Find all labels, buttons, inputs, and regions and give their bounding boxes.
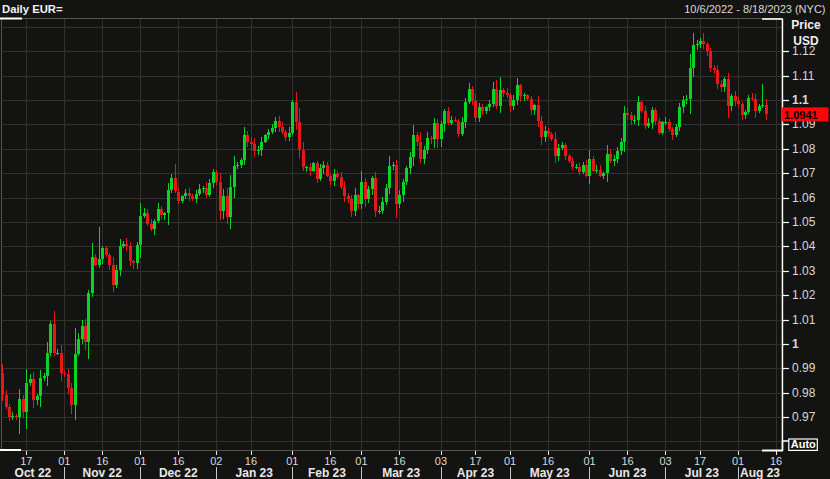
svg-text:1.06: 1.06 (792, 191, 816, 205)
svg-text:Apr 23: Apr 23 (457, 466, 495, 479)
svg-text:16: 16 (393, 455, 405, 467)
svg-text:01: 01 (134, 455, 146, 467)
svg-text:01: 01 (583, 455, 595, 467)
svg-text:16: 16 (96, 455, 108, 467)
svg-text:Price: Price (791, 18, 821, 32)
svg-text:03: 03 (659, 455, 671, 467)
svg-text:Auto: Auto (791, 438, 816, 450)
svg-text:01: 01 (504, 455, 516, 467)
svg-text:02: 02 (210, 455, 222, 467)
svg-text:Oct 22: Oct 22 (15, 466, 52, 479)
svg-text:1.1: 1.1 (792, 93, 809, 107)
svg-text:16: 16 (770, 455, 782, 467)
svg-text:01: 01 (58, 455, 70, 467)
svg-text:1: 1 (792, 337, 799, 351)
svg-text:0.98: 0.98 (792, 386, 816, 400)
svg-text:Nov 22: Nov 22 (83, 466, 123, 479)
svg-text:Mar 23: Mar 23 (382, 466, 420, 479)
svg-text:1.02: 1.02 (792, 288, 816, 302)
svg-text:03: 03 (435, 455, 447, 467)
svg-text:0.97: 0.97 (792, 410, 816, 424)
svg-text:Jul 23: Jul 23 (685, 466, 719, 479)
svg-text:Aug 23: Aug 23 (740, 466, 780, 479)
svg-text:01: 01 (286, 455, 298, 467)
svg-text:1.01: 1.01 (792, 313, 816, 327)
svg-text:16: 16 (542, 455, 554, 467)
svg-text:16: 16 (324, 455, 336, 467)
svg-text:May 23: May 23 (530, 466, 570, 479)
svg-text:1.05: 1.05 (792, 215, 816, 229)
svg-text:17: 17 (694, 455, 706, 467)
svg-text:01: 01 (355, 455, 367, 467)
svg-text:USD: USD (793, 34, 819, 48)
svg-text:Dec 22: Dec 22 (159, 466, 198, 479)
svg-text:Feb 23: Feb 23 (308, 466, 346, 479)
svg-text:1.04: 1.04 (792, 239, 816, 253)
svg-text:17: 17 (20, 455, 32, 467)
svg-text:0.99: 0.99 (792, 361, 816, 375)
svg-text:16: 16 (621, 455, 633, 467)
svg-text:1.03: 1.03 (792, 264, 816, 278)
svg-text:Daily EUR=: Daily EUR= (2, 3, 63, 15)
svg-text:16: 16 (172, 455, 184, 467)
svg-text:1.07: 1.07 (792, 166, 816, 180)
svg-text:01: 01 (732, 455, 744, 467)
svg-text:17: 17 (469, 455, 481, 467)
svg-text:16: 16 (245, 455, 257, 467)
svg-text:Jan 23: Jan 23 (236, 466, 274, 479)
svg-text:1.11: 1.11 (792, 69, 815, 83)
svg-text:Jun 23: Jun 23 (608, 466, 646, 479)
svg-text:1.0941: 1.0941 (784, 109, 818, 121)
svg-text:1.08: 1.08 (792, 142, 816, 156)
svg-text:10/6/2022 - 8/18/2023 (NYC): 10/6/2022 - 8/18/2023 (NYC) (684, 3, 825, 15)
